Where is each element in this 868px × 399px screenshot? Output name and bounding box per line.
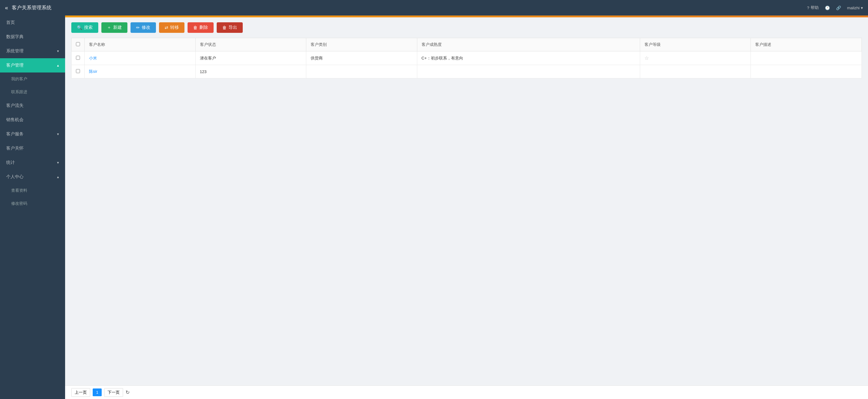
header-right: ? 帮助 🕐 🔗 malizhi ▾ bbox=[807, 5, 863, 10]
sidebar-item-customer-mgmt[interactable]: 客户管理 ▴ bbox=[0, 58, 65, 72]
transfer-button[interactable]: ⇄ 转移 bbox=[159, 22, 184, 33]
sidebar-label-system: 系统管理 bbox=[6, 48, 57, 54]
history-icon: 🕐 bbox=[825, 6, 830, 10]
sidebar-label-customer-service: 客户服务 bbox=[6, 131, 57, 137]
edit-button[interactable]: ✏ 修改 bbox=[130, 22, 156, 33]
customer-name-link[interactable]: 陈sir bbox=[89, 69, 97, 74]
plus-icon: ＋ bbox=[107, 25, 111, 30]
main-layout: 首页 数据字典 系统管理 ▾ 客户管理 ▴ 我的客户 联系跟进 客户流失 销售机… bbox=[0, 15, 868, 399]
user-name: malizhi bbox=[847, 6, 860, 10]
column-name: 客户名称 bbox=[85, 38, 196, 52]
refresh-icon[interactable]: ↻ bbox=[126, 389, 130, 395]
transfer-icon: ⇄ bbox=[165, 25, 168, 30]
link-button[interactable]: 🔗 bbox=[836, 6, 841, 10]
sidebar-item-personal-center[interactable]: 个人中心 ▴ bbox=[0, 170, 65, 184]
column-description: 客户描述 bbox=[751, 38, 862, 52]
row-checkbox[interactable] bbox=[76, 56, 80, 60]
export-button[interactable]: 🗑 导出 bbox=[217, 22, 243, 33]
search-icon: 🔍 bbox=[77, 25, 82, 30]
new-button-label: 新建 bbox=[113, 25, 122, 30]
cell-type: 供货商 bbox=[306, 52, 417, 65]
toolbar: 🔍 搜索 ＋ 新建 ✏ 修改 ⇄ 转移 🗑 删除 🗑 导出 bbox=[65, 18, 868, 38]
sidebar-item-change-password[interactable]: 修改密码 bbox=[0, 197, 65, 210]
content-area: 🔍 搜索 ＋ 新建 ✏ 修改 ⇄ 转移 🗑 删除 🗑 导出 bbox=[65, 15, 868, 399]
row-checkbox-cell bbox=[72, 52, 85, 65]
sidebar-label-statistics: 统计 bbox=[6, 160, 57, 165]
table-area: 客户名称 客户状态 客户类别 客户成熟度 客户等级 客户描述 小米 潜在客户 供… bbox=[65, 38, 868, 386]
help-button[interactable]: ? 帮助 bbox=[807, 5, 818, 10]
page-1-button[interactable]: 1 bbox=[93, 389, 102, 396]
chevron-down-icon: ▾ bbox=[57, 132, 59, 136]
sidebar-item-sales-opportunity[interactable]: 销售机会 bbox=[0, 113, 65, 127]
sidebar-item-customer-care[interactable]: 客户关怀 bbox=[0, 141, 65, 156]
sidebar-label-contact-follow: 联系跟进 bbox=[11, 89, 27, 95]
app-title: 客户关系管理系统 bbox=[12, 5, 52, 11]
chevron-down-icon: ▾ bbox=[57, 49, 59, 53]
sidebar-label-customer-care: 客户关怀 bbox=[6, 145, 59, 151]
search-button-label: 搜索 bbox=[84, 25, 93, 30]
cell-level bbox=[640, 65, 751, 78]
column-level: 客户等级 bbox=[640, 38, 751, 52]
sidebar-label-view-profile: 查看资料 bbox=[11, 188, 27, 193]
sidebar-label-customer-loss: 客户流失 bbox=[6, 103, 59, 108]
search-button[interactable]: 🔍 搜索 bbox=[71, 22, 98, 33]
sidebar-label-sales-opportunity: 销售机会 bbox=[6, 117, 59, 123]
cell-status: 123 bbox=[195, 65, 306, 78]
cell-description bbox=[751, 52, 862, 65]
cell-name: 陈sir bbox=[85, 65, 196, 78]
chevron-down-icon: ▾ bbox=[861, 6, 863, 10]
back-icon[interactable]: « bbox=[5, 5, 8, 11]
help-icon: ? bbox=[807, 6, 809, 10]
sidebar-item-customer-loss[interactable]: 客户流失 bbox=[0, 99, 65, 113]
help-label: 帮助 bbox=[811, 5, 819, 10]
header: « 客户关系管理系统 ? 帮助 🕐 🔗 malizhi ▾ bbox=[0, 0, 868, 15]
prev-page-button[interactable]: 上一页 bbox=[71, 388, 90, 397]
table-row: 小米 潜在客户 供货商 C+：初步联系，有意向 ☆ bbox=[72, 52, 862, 65]
delete-button[interactable]: 🗑 删除 bbox=[188, 22, 214, 33]
header-left: « 客户关系管理系统 bbox=[5, 5, 52, 11]
export-button-label: 导出 bbox=[228, 25, 237, 30]
edit-icon: ✏ bbox=[136, 25, 140, 30]
edit-button-label: 修改 bbox=[142, 25, 150, 30]
sidebar-label-home: 首页 bbox=[6, 20, 59, 25]
user-menu[interactable]: malizhi ▾ bbox=[847, 6, 863, 10]
cell-maturity: C+：初步联系，有意向 bbox=[417, 52, 640, 65]
column-checkbox bbox=[72, 38, 85, 52]
sidebar-label-change-password: 修改密码 bbox=[11, 201, 27, 206]
row-checkbox-cell bbox=[72, 65, 85, 78]
sidebar-label-my-customers: 我的客户 bbox=[11, 76, 27, 82]
table-header-row: 客户名称 客户状态 客户类别 客户成熟度 客户等级 客户描述 bbox=[72, 38, 862, 52]
sidebar-label-data-dict: 数据字典 bbox=[6, 34, 59, 40]
customer-table: 客户名称 客户状态 客户类别 客户成熟度 客户等级 客户描述 小米 潜在客户 供… bbox=[71, 38, 862, 78]
chevron-up-icon: ▴ bbox=[57, 63, 59, 68]
sidebar-item-contact-follow[interactable]: 联系跟进 bbox=[0, 86, 65, 99]
sidebar-item-customer-service[interactable]: 客户服务 ▾ bbox=[0, 127, 65, 141]
transfer-button-label: 转移 bbox=[170, 25, 179, 30]
cell-level: ☆ bbox=[640, 52, 751, 65]
column-maturity: 客户成熟度 bbox=[417, 38, 640, 52]
row-checkbox[interactable] bbox=[76, 69, 80, 73]
new-button[interactable]: ＋ 新建 bbox=[101, 22, 127, 33]
table-row: 陈sir 123 bbox=[72, 65, 862, 78]
sidebar-item-my-customers[interactable]: 我的客户 bbox=[0, 72, 65, 86]
sidebar: 首页 数据字典 系统管理 ▾ 客户管理 ▴ 我的客户 联系跟进 客户流失 销售机… bbox=[0, 15, 65, 399]
pagination-bar: 上一页 1 下一页 ↻ bbox=[65, 386, 868, 399]
next-page-button[interactable]: 下一页 bbox=[104, 388, 123, 397]
sidebar-item-view-profile[interactable]: 查看资料 bbox=[0, 184, 65, 197]
sidebar-label-personal-center: 个人中心 bbox=[6, 174, 57, 180]
cell-type bbox=[306, 65, 417, 78]
chevron-up-icon: ▴ bbox=[57, 175, 59, 179]
column-type: 客户类别 bbox=[306, 38, 417, 52]
sidebar-label-customer-mgmt: 客户管理 bbox=[6, 63, 57, 68]
sidebar-item-home[interactable]: 首页 bbox=[0, 15, 65, 30]
sidebar-item-statistics[interactable]: 统计 ▾ bbox=[0, 156, 65, 170]
sidebar-item-data-dict[interactable]: 数据字典 bbox=[0, 30, 65, 44]
select-all-checkbox[interactable] bbox=[76, 42, 80, 46]
star-icon: ☆ bbox=[645, 56, 649, 61]
sidebar-item-system[interactable]: 系统管理 ▾ bbox=[0, 44, 65, 58]
customer-name-link[interactable]: 小米 bbox=[89, 56, 97, 60]
cell-status: 潜在客户 bbox=[195, 52, 306, 65]
export-icon: 🗑 bbox=[222, 25, 227, 30]
chevron-down-icon: ▾ bbox=[57, 161, 59, 165]
history-button[interactable]: 🕐 bbox=[825, 6, 830, 10]
